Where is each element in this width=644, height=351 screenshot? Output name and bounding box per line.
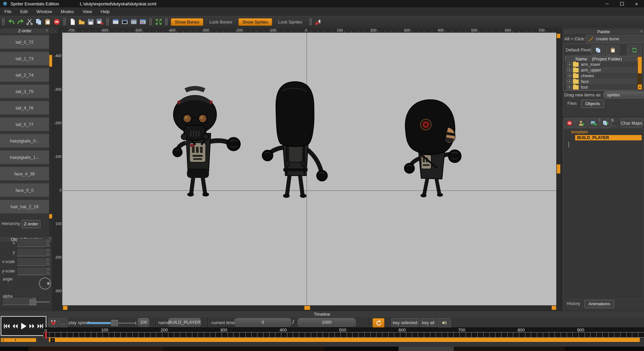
key-all-button[interactable]: key all — [420, 318, 437, 327]
skip-to-start-button[interactable] — [3, 322, 11, 331]
timeline-ruler[interactable]: 0 100200300400500600700800900 — [43, 327, 644, 337]
spinner-buttons[interactable] — [45, 249, 50, 256]
canvas-h-scroll-left[interactable] — [63, 306, 68, 310]
expand-icon[interactable] — [568, 68, 571, 72]
z-order-item[interactable]: tail_3_75 — [0, 85, 49, 98]
save-icon[interactable] — [86, 17, 95, 26]
tab-files[interactable]: Files — [564, 100, 580, 107]
file-tree-row[interactable]: arm_upper — [565, 67, 637, 73]
z-order-item[interactable]: tail_4_76 — [0, 101, 49, 115]
window-view-icon[interactable] — [111, 17, 120, 26]
pivot-copy-button[interactable] — [591, 45, 605, 55]
create-bone-tool-icon[interactable] — [314, 17, 323, 26]
window-dark-view-icon[interactable] — [120, 17, 129, 26]
rewind-button[interactable] — [11, 322, 19, 331]
menu-item[interactable]: Edit — [16, 7, 32, 16]
expand-icon[interactable] — [568, 74, 571, 78]
property-input[interactable] — [17, 258, 50, 266]
copy-icon[interactable] — [34, 17, 43, 26]
file-tree-scrollbar-end[interactable] — [638, 84, 642, 90]
play-speed-value[interactable]: 100 — [138, 318, 149, 326]
z-order-item[interactable]: hairpigtails_0... — [0, 134, 49, 147]
file-tree-header[interactable]: Name (Project Folder) — [565, 56, 642, 62]
redo-icon[interactable] — [16, 17, 25, 26]
angle-dial-knob[interactable] — [47, 282, 50, 285]
new-animation-button[interactable] — [576, 118, 587, 128]
property-input[interactable] — [17, 239, 50, 247]
menu-item[interactable]: Help — [96, 7, 114, 16]
toolbar-grip[interactable] — [2, 18, 5, 26]
snap-magnet-button[interactable] — [48, 318, 58, 327]
new-image-animation-button[interactable] — [588, 118, 599, 128]
z-order-item[interactable]: tail_0_72 — [0, 35, 49, 49]
menu-item[interactable]: View — [78, 7, 96, 16]
alpha-slider-track[interactable] — [36, 302, 50, 302]
sound-button[interactable] — [438, 318, 451, 327]
angle-dial[interactable] — [39, 277, 51, 290]
z-order-item[interactable]: tail_5_77 — [0, 118, 49, 131]
expand-icon[interactable] — [568, 80, 571, 83]
pivot-paste-button[interactable] — [606, 45, 619, 55]
new-file-icon[interactable] — [68, 17, 77, 26]
animation-item-selected[interactable]: BUILD_PLAYER — [575, 135, 642, 140]
file-tree-row[interactable]: face — [565, 79, 637, 84]
file-tree-row[interactable]: cheeks — [565, 73, 637, 79]
z-order-item[interactable]: tail_1_73 — [0, 52, 49, 65]
spinner-buttons[interactable] — [45, 267, 50, 275]
playhead[interactable] — [45, 332, 47, 339]
minimize-button[interactable] — [600, 0, 614, 7]
key-selected-button[interactable]: key selected — [391, 318, 419, 327]
paste-icon[interactable] — [43, 17, 52, 26]
timeline-more-button[interactable]: ... — [59, 318, 68, 327]
delete-animation-button[interactable] — [564, 118, 575, 128]
toolbar-grip[interactable] — [149, 18, 152, 26]
maximize-button[interactable] — [614, 0, 629, 7]
undo-icon[interactable] — [7, 17, 16, 26]
pivot-refresh-button[interactable] — [627, 45, 642, 55]
canvas-h-scroll-right[interactable] — [552, 306, 556, 310]
menu-item[interactable]: Window — [32, 7, 56, 16]
create-bone-button[interactable]: create bone — [586, 35, 644, 43]
z-order-item[interactable]: hairpigtails_1... — [0, 150, 49, 164]
animation-name-field[interactable]: BUILD_PLAYER — [168, 318, 201, 326]
window-gray-view-icon[interactable] — [129, 17, 138, 26]
window-color-view-icon[interactable] — [138, 17, 147, 26]
collapse-icon[interactable] — [568, 142, 569, 147]
z-order-item[interactable]: face_4_38 — [0, 167, 49, 180]
spinner-buttons[interactable] — [45, 239, 50, 247]
drag-mode-dropdown[interactable]: sprites — [603, 91, 644, 98]
canvas-viewport[interactable] — [62, 33, 557, 305]
open-file-icon[interactable] — [77, 17, 86, 26]
toolbar-grip[interactable] — [106, 18, 109, 26]
play-speed-track[interactable] — [118, 323, 136, 323]
z-order-item[interactable]: face_0_0 — [0, 183, 49, 197]
menu-item[interactable]: File — [0, 7, 16, 16]
close-button[interactable]: × — [629, 0, 644, 7]
file-tree-row[interactable]: foot — [565, 84, 637, 90]
current-time-field[interactable]: 0 — [235, 318, 291, 326]
z-order-close-icon[interactable]: × — [46, 28, 48, 33]
alpha-slider-handle[interactable] — [30, 299, 36, 305]
toolbar-grip[interactable] — [63, 18, 66, 26]
tab-hierarchy[interactable]: Hierarchy — [1, 220, 21, 227]
track-bar-handle[interactable] — [50, 338, 55, 342]
fast-forward-button[interactable] — [28, 322, 36, 331]
fullscreen-icon[interactable] — [154, 17, 163, 26]
loop-toggle-button[interactable] — [372, 318, 385, 328]
play-speed-handle[interactable] — [111, 320, 118, 326]
tab-animations[interactable]: Animations — [585, 300, 614, 308]
menu-item[interactable]: Modes — [56, 7, 78, 16]
character-sprites[interactable] — [63, 33, 557, 305]
spinner-buttons[interactable] — [45, 258, 50, 265]
file-tree-scrollbar-handle[interactable] — [638, 57, 642, 74]
toolbar-grip[interactable] — [165, 18, 168, 26]
animation-group[interactable]: template — [571, 129, 588, 134]
duration-field[interactable]: 1000 — [298, 318, 356, 326]
tab-z-order[interactable]: Z-order — [22, 220, 40, 228]
play-speed-track-filled[interactable] — [87, 322, 111, 324]
toolbar-grip[interactable] — [309, 18, 312, 26]
tab-objects[interactable]: Objects — [581, 100, 604, 108]
z-order-item[interactable]: hair_hat_2_19 — [0, 200, 49, 213]
expand-icon[interactable] — [568, 62, 571, 66]
save-as-icon[interactable] — [95, 17, 104, 26]
